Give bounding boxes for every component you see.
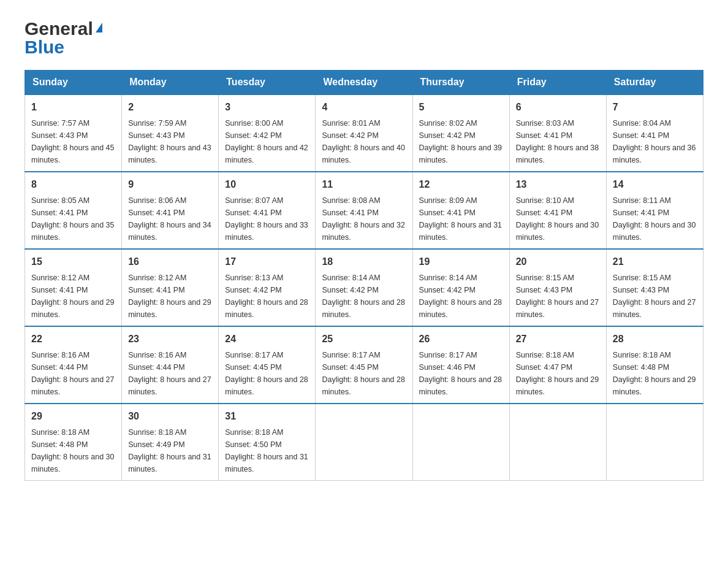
day-info: Sunrise: 8:07 AMSunset: 4:41 PMDaylight:… (225, 196, 308, 242)
day-number: 1 (31, 100, 115, 115)
calendar-cell: 6 Sunrise: 8:03 AMSunset: 4:41 PMDayligh… (509, 94, 606, 172)
day-number: 18 (322, 255, 406, 269)
calendar-cell: 11 Sunrise: 8:08 AMSunset: 4:41 PMDaylig… (316, 172, 412, 249)
calendar-cell: 14 Sunrise: 8:11 AMSunset: 4:41 PMDaylig… (606, 172, 703, 249)
day-info: Sunrise: 7:59 AMSunset: 4:43 PMDaylight:… (128, 119, 211, 164)
calendar-cell: 3 Sunrise: 8:00 AMSunset: 4:42 PMDayligh… (219, 94, 316, 172)
day-number: 23 (128, 332, 212, 347)
calendar-cell: 16 Sunrise: 8:12 AMSunset: 4:41 PMDaylig… (122, 249, 219, 326)
page-header: General Blue (25, 18, 703, 58)
day-info: Sunrise: 8:16 AMSunset: 4:44 PMDaylight:… (31, 351, 115, 396)
day-number: 22 (31, 332, 115, 347)
day-number: 9 (128, 177, 212, 192)
day-number: 27 (516, 332, 600, 347)
calendar-cell (316, 404, 412, 481)
day-number: 25 (322, 332, 406, 347)
calendar-cell: 9 Sunrise: 8:06 AMSunset: 4:41 PMDayligh… (122, 172, 219, 249)
calendar-cell: 17 Sunrise: 8:13 AMSunset: 4:42 PMDaylig… (219, 249, 316, 326)
day-number: 29 (31, 409, 115, 424)
day-info: Sunrise: 8:00 AMSunset: 4:42 PMDaylight:… (225, 119, 308, 164)
day-info: Sunrise: 7:57 AMSunset: 4:43 PMDaylight:… (31, 119, 115, 164)
calendar-cell: 23 Sunrise: 8:16 AMSunset: 4:44 PMDaylig… (122, 326, 219, 404)
day-number: 10 (225, 177, 309, 192)
calendar-cell: 19 Sunrise: 8:14 AMSunset: 4:42 PMDaylig… (412, 249, 509, 326)
day-info: Sunrise: 8:09 AMSunset: 4:41 PMDaylight:… (419, 196, 502, 242)
calendar-cell: 26 Sunrise: 8:17 AMSunset: 4:46 PMDaylig… (412, 326, 509, 404)
day-info: Sunrise: 8:12 AMSunset: 4:41 PMDaylight:… (31, 274, 115, 319)
day-number: 24 (225, 332, 309, 347)
day-info: Sunrise: 8:18 AMSunset: 4:48 PMDaylight:… (613, 351, 696, 396)
day-info: Sunrise: 8:01 AMSunset: 4:42 PMDaylight:… (322, 119, 405, 164)
day-info: Sunrise: 8:05 AMSunset: 4:41 PMDaylight:… (31, 196, 115, 242)
day-number: 5 (419, 100, 503, 115)
calendar-cell: 4 Sunrise: 8:01 AMSunset: 4:42 PMDayligh… (316, 94, 412, 172)
day-header-monday: Monday (122, 71, 219, 95)
week-row-3: 15 Sunrise: 8:12 AMSunset: 4:41 PMDaylig… (25, 249, 703, 326)
calendar-cell: 20 Sunrise: 8:15 AMSunset: 4:43 PMDaylig… (509, 249, 606, 326)
calendar-cell: 15 Sunrise: 8:12 AMSunset: 4:41 PMDaylig… (25, 249, 122, 326)
day-info: Sunrise: 8:06 AMSunset: 4:41 PMDaylight:… (128, 196, 211, 242)
day-number: 6 (516, 100, 600, 115)
calendar-cell: 28 Sunrise: 8:18 AMSunset: 4:48 PMDaylig… (606, 326, 703, 404)
calendar-cell: 10 Sunrise: 8:07 AMSunset: 4:41 PMDaylig… (219, 172, 316, 249)
week-row-1: 1 Sunrise: 7:57 AMSunset: 4:43 PMDayligh… (25, 94, 703, 172)
day-number: 3 (225, 100, 309, 115)
calendar-cell (606, 404, 703, 481)
logo-triangle-icon (96, 23, 102, 33)
day-number: 17 (225, 255, 309, 269)
calendar-cell: 7 Sunrise: 8:04 AMSunset: 4:41 PMDayligh… (606, 94, 703, 172)
day-info: Sunrise: 8:15 AMSunset: 4:43 PMDaylight:… (613, 274, 696, 319)
day-info: Sunrise: 8:12 AMSunset: 4:41 PMDaylight:… (128, 274, 211, 319)
day-info: Sunrise: 8:11 AMSunset: 4:41 PMDaylight:… (613, 196, 696, 242)
calendar-cell: 30 Sunrise: 8:18 AMSunset: 4:49 PMDaylig… (122, 404, 219, 481)
day-number: 14 (613, 177, 697, 192)
day-number: 8 (31, 177, 115, 192)
day-info: Sunrise: 8:14 AMSunset: 4:42 PMDaylight:… (419, 274, 502, 319)
calendar-cell: 13 Sunrise: 8:10 AMSunset: 4:41 PMDaylig… (509, 172, 606, 249)
calendar-cell: 12 Sunrise: 8:09 AMSunset: 4:41 PMDaylig… (412, 172, 509, 249)
day-number: 19 (419, 255, 503, 269)
day-number: 4 (322, 100, 406, 115)
day-header-wednesday: Wednesday (316, 71, 412, 95)
calendar-cell: 21 Sunrise: 8:15 AMSunset: 4:43 PMDaylig… (606, 249, 703, 326)
calendar-cell: 24 Sunrise: 8:17 AMSunset: 4:45 PMDaylig… (219, 326, 316, 404)
calendar-cell (412, 404, 509, 481)
week-row-2: 8 Sunrise: 8:05 AMSunset: 4:41 PMDayligh… (25, 172, 703, 249)
day-number: 30 (128, 409, 212, 424)
calendar-cell: 27 Sunrise: 8:18 AMSunset: 4:47 PMDaylig… (509, 326, 606, 404)
logo-blue-text: Blue (25, 37, 64, 58)
day-info: Sunrise: 8:04 AMSunset: 4:41 PMDaylight:… (613, 119, 696, 164)
day-info: Sunrise: 8:13 AMSunset: 4:42 PMDaylight:… (225, 274, 308, 319)
day-info: Sunrise: 8:15 AMSunset: 4:43 PMDaylight:… (516, 274, 599, 319)
day-info: Sunrise: 8:16 AMSunset: 4:44 PMDaylight:… (128, 351, 211, 396)
day-info: Sunrise: 8:10 AMSunset: 4:41 PMDaylight:… (516, 196, 599, 242)
day-header-thursday: Thursday (412, 71, 509, 95)
day-number: 26 (419, 332, 503, 347)
calendar-cell: 31 Sunrise: 8:18 AMSunset: 4:50 PMDaylig… (219, 404, 316, 481)
day-number: 13 (516, 177, 600, 192)
calendar-cell (509, 404, 606, 481)
calendar-cell: 5 Sunrise: 8:02 AMSunset: 4:42 PMDayligh… (412, 94, 509, 172)
day-header-tuesday: Tuesday (219, 71, 316, 95)
day-number: 15 (31, 255, 115, 269)
day-number: 28 (613, 332, 697, 347)
calendar-cell: 25 Sunrise: 8:17 AMSunset: 4:45 PMDaylig… (316, 326, 412, 404)
calendar-cell: 1 Sunrise: 7:57 AMSunset: 4:43 PMDayligh… (25, 94, 122, 172)
day-number: 31 (225, 409, 309, 424)
calendar-cell: 8 Sunrise: 8:05 AMSunset: 4:41 PMDayligh… (25, 172, 122, 249)
day-number: 2 (128, 100, 212, 115)
day-info: Sunrise: 8:17 AMSunset: 4:45 PMDaylight:… (322, 351, 405, 396)
calendar-cell: 22 Sunrise: 8:16 AMSunset: 4:44 PMDaylig… (25, 326, 122, 404)
day-info: Sunrise: 8:17 AMSunset: 4:46 PMDaylight:… (419, 351, 502, 396)
day-info: Sunrise: 8:14 AMSunset: 4:42 PMDaylight:… (322, 274, 405, 319)
calendar-table: SundayMondayTuesdayWednesdayThursdayFrid… (25, 70, 703, 481)
logo: General Blue (25, 18, 102, 58)
logo-general-text: General (25, 18, 93, 39)
day-info: Sunrise: 8:03 AMSunset: 4:41 PMDaylight:… (516, 119, 599, 164)
day-header-friday: Friday (509, 71, 606, 95)
calendar-cell: 2 Sunrise: 7:59 AMSunset: 4:43 PMDayligh… (122, 94, 219, 172)
day-info: Sunrise: 8:18 AMSunset: 4:48 PMDaylight:… (31, 428, 115, 473)
day-number: 12 (419, 177, 503, 192)
day-info: Sunrise: 8:18 AMSunset: 4:49 PMDaylight:… (128, 428, 211, 473)
day-number: 11 (322, 177, 406, 192)
